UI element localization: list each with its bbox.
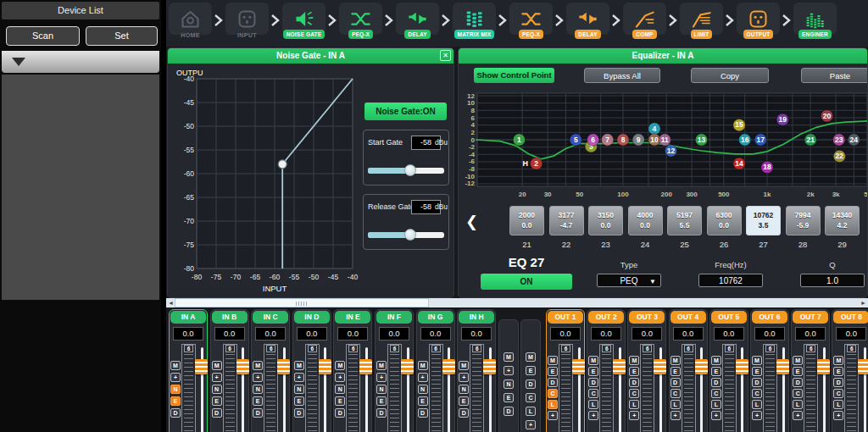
- channel-gain-value[interactable]: 0.0: [795, 327, 826, 341]
- band-cell-28[interactable]: 7994-5.9: [786, 206, 821, 235]
- channel-button-plus[interactable]: +: [212, 373, 222, 382]
- paste-button[interactable]: Paste: [801, 68, 868, 83]
- eq-point-24[interactable]: 24: [848, 134, 860, 146]
- channel-button-plus[interactable]: +: [548, 411, 558, 420]
- channel-gain-value[interactable]: 0.0: [214, 327, 245, 341]
- channel-label[interactable]: OUT 1: [548, 311, 583, 324]
- eq-point-6[interactable]: 6: [587, 134, 599, 146]
- eq-point-17[interactable]: 17: [754, 134, 766, 146]
- slider-handle[interactable]: [404, 164, 416, 176]
- eq-point-16[interactable]: 16: [738, 134, 750, 146]
- channel-gain-value[interactable]: 0.0: [337, 327, 368, 341]
- channel-label[interactable]: OUT 3: [629, 311, 665, 324]
- band-cell-23[interactable]: 31500.0: [588, 206, 623, 235]
- channel-label[interactable]: IN F: [376, 311, 412, 324]
- channel-button-e[interactable]: E: [711, 367, 721, 376]
- channel-button-d[interactable]: D: [294, 408, 304, 418]
- eq-point-1[interactable]: 1: [513, 134, 525, 146]
- channel-strip-out-7[interactable]: OUT 70.0MEDCL+6-64: [791, 309, 830, 432]
- channel-button-e[interactable]: E: [833, 367, 843, 376]
- channel-button-plus[interactable]: +: [459, 373, 469, 382]
- fader-handle[interactable]: [359, 359, 372, 374]
- channel-button-l[interactable]: L: [588, 400, 598, 409]
- channel-button-plus[interactable]: +: [752, 411, 762, 420]
- set-button[interactable]: Set: [86, 26, 158, 46]
- channel-strip-out-6[interactable]: OUT 60.0MEDCL+6-64: [750, 309, 789, 432]
- channel-button-m[interactable]: M: [418, 361, 428, 370]
- fader-handle[interactable]: [613, 359, 626, 374]
- channel-strip-out-5[interactable]: OUT 50.0MEDCL+6-64: [709, 309, 748, 432]
- close-icon[interactable]: ✕: [440, 50, 451, 61]
- channel-button-e[interactable]: E: [670, 367, 681, 376]
- eq-point-5[interactable]: 5: [570, 134, 581, 146]
- channel-button-l[interactable]: L: [670, 400, 681, 409]
- fader-slider[interactable]: [445, 347, 453, 432]
- horizontal-scrollbar[interactable]: ◄ ►: [166, 298, 868, 307]
- channel-button-plus[interactable]: +: [418, 373, 428, 382]
- fader-handle[interactable]: [858, 359, 868, 374]
- fader-slider[interactable]: [239, 347, 248, 432]
- channel-button-plus[interactable]: +: [833, 411, 843, 420]
- type-select[interactable]: PEQ ▼: [597, 274, 661, 287]
- channel-button-l[interactable]: L: [711, 400, 721, 409]
- channel-button-e[interactable]: E: [752, 367, 762, 376]
- channel-button-c[interactable]: C: [588, 389, 598, 398]
- channel-button-d[interactable]: D: [335, 408, 345, 418]
- channel-button-plus[interactable]: +: [376, 373, 387, 382]
- channel-button-e[interactable]: E: [418, 396, 428, 406]
- channel-label[interactable]: IN E: [335, 311, 370, 324]
- channel-gain-value[interactable]: 0.0: [379, 327, 409, 341]
- channel-label[interactable]: OUT 8: [833, 311, 868, 324]
- channel-button-d[interactable]: D: [504, 407, 514, 416]
- toolbar-item-output[interactable]: OUTPUT: [736, 3, 781, 39]
- channel-button-e[interactable]: E: [253, 396, 263, 406]
- channel-button-l[interactable]: L: [793, 400, 803, 409]
- channel-button-d[interactable]: D: [629, 378, 639, 387]
- channel-button-m[interactable]: M: [376, 361, 387, 370]
- channel-button-m[interactable]: M: [629, 356, 639, 365]
- band-cell-26[interactable]: 63000.0: [707, 206, 742, 235]
- channel-label[interactable]: OUT 6: [752, 311, 787, 324]
- fader-slider[interactable]: [280, 347, 288, 432]
- channel-button-plus[interactable]: +: [793, 411, 803, 420]
- fader-slider[interactable]: [820, 347, 828, 432]
- toolbar-item-enginer[interactable]: ENGINER: [793, 3, 837, 39]
- channel-strip-in-c[interactable]: IN C0.0M+NED6-64: [251, 309, 290, 432]
- prev-bands-arrow-icon[interactable]: ❮: [465, 213, 478, 231]
- channel-button-plus[interactable]: +: [588, 411, 598, 420]
- channel-button-d[interactable]: D: [793, 378, 803, 387]
- channel-button-e[interactable]: E: [793, 367, 803, 376]
- channel-button-d[interactable]: D: [752, 378, 762, 387]
- channel-button-e[interactable]: E: [548, 367, 558, 376]
- band-on-button[interactable]: ON: [481, 274, 572, 290]
- channel-button-d[interactable]: D: [170, 408, 181, 418]
- channel-button-plus[interactable]: +: [335, 373, 345, 382]
- toolbar-item-delay[interactable]: DELAY: [395, 3, 440, 39]
- toolbar-item-delay[interactable]: DELAY: [565, 3, 610, 39]
- channel-button-m[interactable]: M: [335, 361, 345, 370]
- channel-button-c[interactable]: C: [670, 389, 681, 398]
- channel-button-m[interactable]: M: [793, 356, 803, 365]
- channel-button-m[interactable]: M: [548, 356, 558, 365]
- fader-slider[interactable]: [403, 347, 412, 432]
- channel-button-c[interactable]: C: [711, 389, 721, 398]
- band-cell-22[interactable]: 3177-4.7: [549, 206, 584, 235]
- channel-gain-value[interactable]: 0.0: [461, 327, 492, 341]
- channel-button-e[interactable]: E: [335, 396, 345, 406]
- channel-gain-value[interactable]: 0.0: [673, 327, 704, 341]
- eq-point-15[interactable]: 15: [733, 119, 745, 130]
- channel-button-m[interactable]: M: [526, 352, 536, 362]
- fader-handle[interactable]: [736, 359, 748, 374]
- channel-button-e[interactable]: E: [588, 367, 598, 376]
- channel-button-c[interactable]: C: [752, 389, 762, 398]
- channel-gain-value[interactable]: 0.0: [754, 327, 785, 341]
- channel-button-m[interactable]: M: [459, 361, 469, 370]
- q-input[interactable]: 1.0: [800, 274, 865, 287]
- bypass-all-button[interactable]: Bypass All: [584, 68, 660, 83]
- eq-point-2[interactable]: 2: [530, 158, 542, 169]
- channel-gain-value[interactable]: 0.0: [550, 327, 581, 341]
- channel-button-d[interactable]: D: [418, 408, 428, 418]
- channel-gain-value[interactable]: 0.0: [836, 327, 866, 341]
- fader-handle[interactable]: [776, 359, 789, 374]
- fader-slider[interactable]: [321, 347, 330, 432]
